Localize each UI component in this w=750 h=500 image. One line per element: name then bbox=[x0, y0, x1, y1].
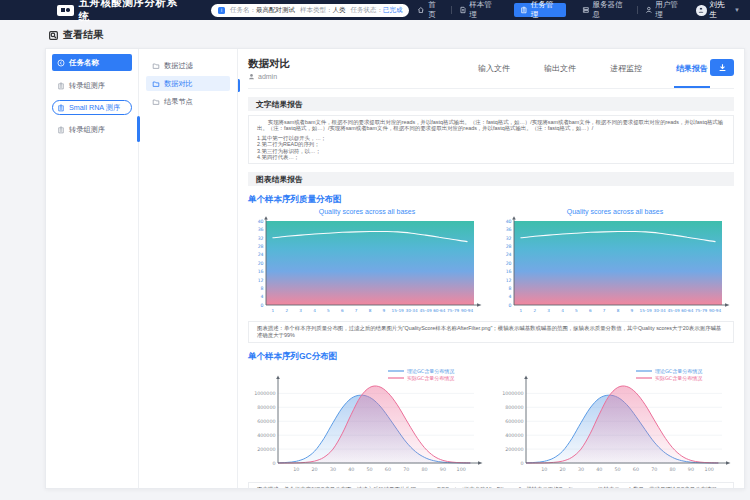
nav-item-tasks[interactable]: 任务管理 bbox=[514, 3, 566, 17]
svg-text:90-94: 90-94 bbox=[709, 308, 722, 313]
svg-text:15-19: 15-19 bbox=[392, 308, 405, 313]
clipboard-icon bbox=[57, 104, 65, 112]
sample-type-label: 样本类型： bbox=[300, 6, 333, 13]
svg-text:1: 1 bbox=[520, 308, 523, 313]
sidebar-item-transcriptome-1[interactable]: 转录组测序 bbox=[52, 78, 132, 93]
task-sidebar: 任务名称 转录组测序 Small RNA 测序 转录组测序 bbox=[46, 49, 139, 488]
node-item-result-node[interactable]: 结果节点 bbox=[146, 94, 230, 109]
sample-type-value: 人类 bbox=[332, 6, 345, 13]
svg-text:40: 40 bbox=[596, 467, 602, 472]
svg-text:200000: 200000 bbox=[257, 447, 275, 452]
scrollbar-thumb[interactable] bbox=[238, 79, 240, 92]
tab-process-monitor[interactable]: 进程监控 bbox=[610, 49, 642, 88]
gc-chart-right: 0200000400000600000800000100000010203040… bbox=[496, 365, 734, 477]
svg-text:600000: 600000 bbox=[257, 419, 275, 424]
svg-text:实际GC含量分布情况: 实际GC含量分布情况 bbox=[655, 375, 702, 382]
svg-text:0: 0 bbox=[509, 303, 512, 308]
svg-text:4: 4 bbox=[509, 295, 512, 300]
svg-text:40: 40 bbox=[348, 467, 354, 472]
svg-text:800000: 800000 bbox=[257, 405, 275, 410]
task-status-value: 已完成 bbox=[383, 6, 403, 13]
svg-text:60-64: 60-64 bbox=[681, 308, 694, 313]
svg-text:40: 40 bbox=[258, 219, 264, 224]
task-status-label: 任务状态： bbox=[350, 6, 383, 13]
svg-text:20: 20 bbox=[312, 467, 318, 472]
quality-chart-heading: 单个样本序列质量分布图 bbox=[248, 194, 734, 206]
folder-icon bbox=[152, 80, 160, 88]
nav-item-users[interactable]: 用户管理 bbox=[637, 0, 693, 20]
svg-text:12: 12 bbox=[506, 278, 512, 283]
svg-text:2: 2 bbox=[285, 308, 288, 313]
gc-distribution-chart: 0200000400000600000800000100000010203040… bbox=[248, 365, 486, 477]
quality-chart-title: Quality scores across all bases bbox=[496, 208, 734, 215]
svg-text:70: 70 bbox=[651, 467, 657, 472]
svg-text:6: 6 bbox=[341, 308, 344, 313]
svg-text:30-34: 30-34 bbox=[654, 308, 667, 313]
svg-text:2: 2 bbox=[533, 308, 536, 313]
task-sidebar-header[interactable]: 任务名称 bbox=[52, 54, 132, 71]
sidebar-item-small-rna[interactable]: Small RNA 测序 bbox=[52, 100, 132, 115]
quality-chart-title: Quality scores across all bases bbox=[248, 208, 486, 215]
svg-text:45-49: 45-49 bbox=[419, 308, 432, 313]
svg-text:20: 20 bbox=[506, 261, 512, 266]
svg-text:80: 80 bbox=[421, 467, 427, 472]
svg-text:5: 5 bbox=[575, 308, 578, 313]
svg-text:28: 28 bbox=[506, 244, 512, 249]
download-button[interactable] bbox=[710, 59, 734, 76]
quality-score-chart: 048121620242832364012345678915-1930-3445… bbox=[496, 216, 734, 316]
svg-text:30: 30 bbox=[578, 467, 584, 472]
tab-input-files[interactable]: 输入文件 bbox=[478, 49, 510, 88]
svg-text:9: 9 bbox=[631, 308, 634, 313]
nav-item-server-info[interactable]: 服务器信息 bbox=[574, 0, 637, 20]
download-icon bbox=[718, 63, 727, 72]
svg-text:4: 4 bbox=[261, 295, 264, 300]
clipboard-icon bbox=[520, 6, 528, 14]
svg-text:400000: 400000 bbox=[505, 433, 523, 438]
svg-text:3: 3 bbox=[299, 308, 302, 313]
node-item-data-filter[interactable]: 数据过滤 bbox=[146, 58, 230, 73]
svg-text:0: 0 bbox=[261, 303, 264, 308]
svg-text:实际GC含量分布情况: 实际GC含量分布情况 bbox=[407, 375, 454, 382]
svg-text:8: 8 bbox=[509, 286, 512, 291]
svg-text:90-94: 90-94 bbox=[461, 308, 474, 313]
svg-text:30: 30 bbox=[330, 467, 336, 472]
view-results-icon bbox=[48, 30, 59, 41]
user-menu[interactable]: 刘先生 ▼ bbox=[696, 0, 740, 20]
svg-text:70: 70 bbox=[403, 467, 409, 472]
tab-output-files[interactable]: 输出文件 bbox=[544, 49, 576, 88]
svg-text:75-79: 75-79 bbox=[695, 308, 708, 313]
text-report-section-bar: 文字结果报告 bbox=[248, 97, 734, 111]
task-name-label: 任务名： bbox=[230, 6, 256, 13]
nav-item-home[interactable]: 首页 bbox=[409, 0, 450, 20]
owner-name: admin bbox=[258, 73, 277, 80]
svg-text:45-49: 45-49 bbox=[667, 308, 680, 313]
document-icon bbox=[459, 6, 467, 14]
app-title: 五舟核酸测序分析系统 bbox=[79, 0, 186, 24]
svg-text:7: 7 bbox=[355, 308, 358, 313]
svg-text:12: 12 bbox=[258, 278, 264, 283]
svg-text:100: 100 bbox=[705, 467, 714, 472]
sidebar-item-transcriptome-2[interactable]: 转录组测序 bbox=[52, 122, 132, 137]
svg-text:10: 10 bbox=[541, 467, 547, 472]
svg-text:16: 16 bbox=[258, 269, 264, 274]
svg-text:1000000: 1000000 bbox=[254, 391, 275, 396]
content-header: 数据对比 admin 输入文件 输出文件 进程监控 结果报告 bbox=[248, 49, 734, 89]
svg-text:16: 16 bbox=[506, 269, 512, 274]
svg-text:1000000: 1000000 bbox=[502, 391, 523, 396]
nav-item-samples[interactable]: 样本管理 bbox=[451, 0, 507, 20]
user-icon bbox=[645, 6, 653, 14]
svg-text:32: 32 bbox=[506, 236, 512, 241]
svg-text:600000: 600000 bbox=[505, 419, 523, 424]
back-circle-icon bbox=[57, 59, 65, 67]
svg-text:6: 6 bbox=[589, 308, 592, 313]
tab-result-report[interactable]: 结果报告 bbox=[676, 49, 708, 88]
svg-text:8: 8 bbox=[369, 308, 372, 313]
svg-text:30-34: 30-34 bbox=[406, 308, 419, 313]
gc-distribution-chart: 0200000400000600000800000100000010203040… bbox=[496, 365, 734, 477]
node-item-data-compare[interactable]: 数据对比 bbox=[146, 76, 230, 91]
text-report-paragraph: 实现将sam或者bam文件，根据不同的要求提取出对应的reads，并以fastq… bbox=[257, 119, 725, 132]
main-content: 数据对比 admin 输入文件 输出文件 进程监控 结果报告 文字结果报告 实现… bbox=[238, 49, 744, 488]
main-nav: 首页 样本管理 任务管理 服务器信息 用户管理 刘先生 ▼ bbox=[409, 0, 750, 20]
svg-text:1: 1 bbox=[272, 308, 275, 313]
quality-chart-caption: 图表描述：单个样本序列质量分布图，过滤之后的结果图片为"QualityScore… bbox=[248, 321, 734, 343]
